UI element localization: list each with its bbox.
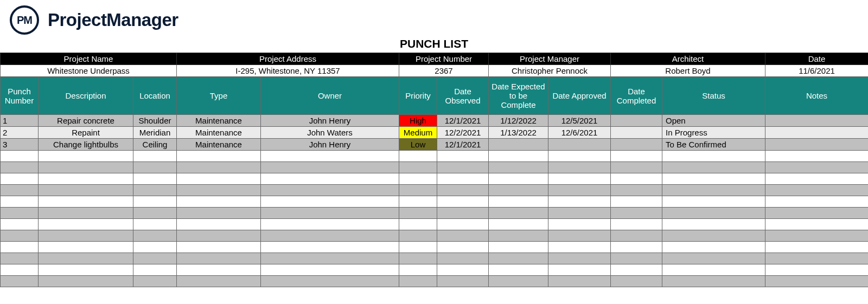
empty-cell[interactable] [765,253,868,264]
empty-cell[interactable] [765,185,868,196]
empty-cell[interactable] [437,230,489,242]
empty-cell[interactable] [489,173,548,185]
empty-cell[interactable] [399,253,437,264]
cell-status[interactable]: To Be Confirmed [662,139,765,151]
empty-cell[interactable] [489,276,548,287]
empty-cell[interactable] [437,185,489,196]
empty-cell[interactable] [1,185,39,196]
empty-cell[interactable] [489,196,548,208]
empty-cell[interactable] [662,208,765,219]
cell-date-observed[interactable]: 12/2/2021 [437,127,489,139]
empty-cell[interactable] [765,230,868,242]
empty-cell[interactable] [437,151,489,162]
value-architect[interactable]: Robert Boyd [611,65,765,77]
empty-cell[interactable] [437,242,489,253]
empty-cell[interactable] [133,151,177,162]
empty-cell[interactable] [437,196,489,208]
empty-cell[interactable] [437,219,489,230]
empty-cell[interactable] [611,185,662,196]
empty-cell[interactable] [1,242,39,253]
empty-cell[interactable] [765,219,868,230]
cell-status[interactable]: Open [662,115,765,127]
empty-cell[interactable] [611,276,662,287]
value-date[interactable]: 11/6/2021 [765,65,868,77]
empty-cell[interactable] [133,208,177,219]
empty-cell[interactable] [399,264,437,276]
cell-date-completed[interactable] [611,115,662,127]
empty-cell[interactable] [133,242,177,253]
cell-date-completed[interactable] [611,127,662,139]
cell-date-expected[interactable]: 1/13/2022 [489,127,548,139]
empty-cell[interactable] [437,253,489,264]
empty-cell[interactable] [177,276,261,287]
empty-cell[interactable] [611,264,662,276]
empty-cell[interactable] [177,242,261,253]
value-project-address[interactable]: I-295, Whitestone, NY 11357 [177,65,399,77]
cell-location[interactable]: Ceiling [133,139,177,151]
empty-cell[interactable] [177,151,261,162]
empty-cell[interactable] [39,196,133,208]
empty-cell[interactable] [548,276,611,287]
empty-cell[interactable] [765,264,868,276]
empty-cell[interactable] [437,173,489,185]
empty-cell[interactable] [489,208,548,219]
empty-cell[interactable] [765,242,868,253]
empty-cell[interactable] [39,208,133,219]
cell-priority[interactable]: High [399,115,437,127]
empty-cell[interactable] [548,253,611,264]
cell-description[interactable]: Repaint [39,127,133,139]
empty-cell[interactable] [765,208,868,219]
cell-notes[interactable] [765,139,868,151]
cell-date-approved[interactable]: 12/5/2021 [548,115,611,127]
value-project-manager[interactable]: Christopher Pennock [489,65,611,77]
value-project-number[interactable]: 2367 [399,65,489,77]
empty-cell[interactable] [489,264,548,276]
empty-cell[interactable] [133,196,177,208]
empty-cell[interactable] [489,242,548,253]
cell-type[interactable]: Maintenance [177,127,261,139]
empty-cell[interactable] [611,208,662,219]
empty-cell[interactable] [548,162,611,173]
empty-cell[interactable] [662,173,765,185]
empty-cell[interactable] [489,151,548,162]
cell-owner[interactable]: John Henry [261,139,399,151]
cell-date-completed[interactable] [611,139,662,151]
cell-priority[interactable]: Low [399,139,437,151]
empty-cell[interactable] [399,196,437,208]
empty-cell[interactable] [611,196,662,208]
empty-cell[interactable] [1,151,39,162]
cell-owner[interactable]: John Waters [261,127,399,139]
empty-cell[interactable] [662,162,765,173]
empty-cell[interactable] [399,151,437,162]
cell-type[interactable]: Maintenance [177,139,261,151]
empty-cell[interactable] [1,162,39,173]
empty-cell[interactable] [548,264,611,276]
empty-cell[interactable] [261,230,399,242]
cell-notes[interactable] [765,115,868,127]
cell-punch-number[interactable]: 3 [1,139,39,151]
empty-cell[interactable] [437,276,489,287]
empty-cell[interactable] [177,208,261,219]
empty-cell[interactable] [177,230,261,242]
empty-cell[interactable] [39,219,133,230]
empty-cell[interactable] [548,173,611,185]
empty-cell[interactable] [177,253,261,264]
empty-cell[interactable] [399,185,437,196]
empty-cell[interactable] [261,219,399,230]
empty-cell[interactable] [177,219,261,230]
empty-cell[interactable] [548,151,611,162]
empty-cell[interactable] [437,162,489,173]
empty-cell[interactable] [261,173,399,185]
empty-cell[interactable] [261,208,399,219]
empty-cell[interactable] [548,196,611,208]
cell-punch-number[interactable]: 1 [1,115,39,127]
cell-date-approved[interactable]: 12/6/2021 [548,127,611,139]
empty-cell[interactable] [133,185,177,196]
empty-cell[interactable] [1,196,39,208]
cell-date-expected[interactable]: 1/12/2022 [489,115,548,127]
empty-cell[interactable] [39,162,133,173]
cell-type[interactable]: Maintenance [177,115,261,127]
empty-cell[interactable] [261,242,399,253]
empty-cell[interactable] [662,230,765,242]
empty-cell[interactable] [765,173,868,185]
